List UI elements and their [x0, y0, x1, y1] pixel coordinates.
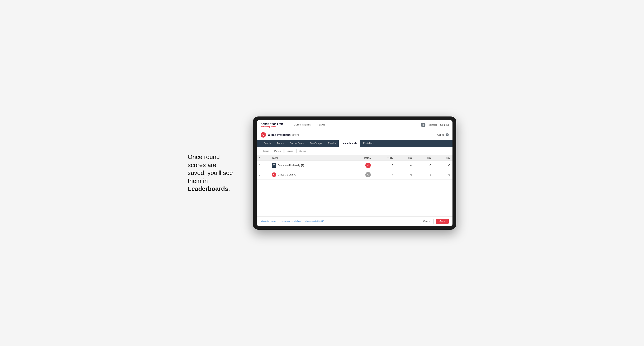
- tab-results[interactable]: Results: [325, 140, 339, 147]
- side-text-line4: them in: [188, 177, 208, 184]
- logo-brand: clippd: [271, 126, 276, 128]
- tablet-device: SCOREBOARD Powered by clippd TOURNAMENTS…: [253, 117, 456, 230]
- tournament-gender: (Men): [292, 133, 299, 136]
- filter-players-button[interactable]: Players: [272, 149, 284, 153]
- col-rd1: RD1: [396, 155, 415, 161]
- logo-text: SCOREBOARD: [260, 122, 283, 126]
- team-2-logo: C: [272, 173, 276, 177]
- nav-item-tournaments[interactable]: TOURNAMENTS: [289, 120, 314, 130]
- tournament-header: C Clippd Invitational (Men) Cancel ✕: [257, 130, 452, 140]
- team-1-rd2: +5: [414, 161, 434, 170]
- nav-items: TOURNAMENTS TEAMS: [289, 120, 328, 130]
- tournament-logo: C: [260, 132, 266, 138]
- tournament-name: Clippd Invitational: [268, 133, 291, 136]
- leaderboard-table-area: # TEAM TOTAL THRU RD1 RD2 RD3 1: [257, 155, 452, 193]
- team-2-rd3: +3: [434, 170, 452, 179]
- side-text-line3: saved, you'll see: [188, 169, 233, 176]
- footer-bar: https://stage-blue-coach.stagescoreboard…: [257, 216, 452, 226]
- rank-2: 2: [257, 170, 270, 179]
- team-2-total-badge: +3: [365, 172, 371, 177]
- col-rank: #: [257, 155, 270, 161]
- table-row: 1 SBU Scoreboard University [A] -5 F: [257, 161, 452, 170]
- side-text-line1: Once round: [188, 154, 220, 160]
- cancel-label: Cancel: [437, 134, 444, 136]
- user-avatar: S: [421, 123, 426, 127]
- sub-navigation: Details Teams Course Setup Tee Groups Re…: [257, 140, 452, 147]
- leaderboard-table: # TEAM TOTAL THRU RD1 RD2 RD3 1: [257, 155, 452, 179]
- team-2-cell: C Clippd College [A]: [270, 170, 348, 179]
- nav-item-teams[interactable]: TEAMS: [314, 120, 328, 130]
- col-thru: THRU: [373, 155, 396, 161]
- filter-teams-button[interactable]: Teams: [260, 149, 271, 153]
- footer-url: https://stage-blue-coach.stagescoreboard…: [260, 220, 324, 222]
- sign-out-link[interactable]: Sign out: [440, 124, 449, 126]
- team-1-logo: SBU: [272, 163, 276, 168]
- filter-strokes-button[interactable]: Strokes: [296, 149, 308, 153]
- logo-area: SCOREBOARD Powered by clippd: [260, 122, 283, 128]
- col-rd3: RD3: [434, 155, 452, 161]
- team-1-rd1: -4: [396, 161, 415, 170]
- nav-right: S Test User | Sign out: [421, 123, 449, 127]
- save-button[interactable]: Save: [436, 219, 449, 224]
- side-text-period: .: [228, 185, 230, 192]
- table-row: 2 C Clippd College [A] +3 F: [257, 170, 452, 179]
- tab-printables[interactable]: Printables: [360, 140, 376, 147]
- team-2-total-cell: +3: [348, 170, 373, 179]
- logo-powered: Powered by clippd: [260, 126, 283, 128]
- team-1-thru: F: [373, 161, 396, 170]
- team-2-info: C Clippd College [A]: [272, 173, 346, 177]
- team-2-rd2: -8: [414, 170, 434, 179]
- side-text-bold: Leaderboards: [188, 185, 228, 192]
- table-header-row: # TEAM TOTAL THRU RD1 RD2 RD3: [257, 155, 452, 161]
- tab-details[interactable]: Details: [260, 140, 274, 147]
- team-1-total-cell: -5: [348, 161, 373, 170]
- team-1-name: Scoreboard University [A]: [278, 164, 304, 167]
- tablet-screen: SCOREBOARD Powered by clippd TOURNAMENTS…: [257, 120, 452, 226]
- tab-tee-groups[interactable]: Tee Groups: [307, 140, 325, 147]
- user-name: Test User |: [427, 124, 438, 126]
- tab-leaderboards[interactable]: Leaderboards: [339, 140, 360, 147]
- team-2-thru: F: [373, 170, 396, 179]
- tab-teams[interactable]: Teams: [274, 140, 287, 147]
- team-1-rd3: -6: [434, 161, 452, 170]
- col-rd2: RD2: [414, 155, 434, 161]
- filter-bar: Teams Players Scores Strokes: [257, 147, 452, 155]
- tab-course-setup[interactable]: Course Setup: [287, 140, 307, 147]
- col-total: TOTAL: [348, 155, 373, 161]
- top-navigation: SCOREBOARD Powered by clippd TOURNAMENTS…: [257, 120, 452, 130]
- side-description: Once round scores are saved, you'll see …: [188, 153, 242, 193]
- side-text-line2: scores are: [188, 162, 216, 169]
- team-1-info: SBU Scoreboard University [A]: [272, 163, 346, 168]
- cancel-button[interactable]: Cancel: [420, 219, 434, 224]
- team-1-total-badge: -5: [365, 163, 371, 168]
- filter-scores-button[interactable]: Scores: [284, 149, 295, 153]
- tournament-cancel[interactable]: Cancel ✕: [437, 133, 449, 136]
- close-icon[interactable]: ✕: [446, 133, 449, 136]
- page-layout: Once round scores are saved, you'll see …: [188, 117, 456, 230]
- team-2-rd1: +8: [396, 170, 415, 179]
- col-team: TEAM: [270, 155, 348, 161]
- team-2-name: Clippd College [A]: [278, 173, 296, 176]
- team-1-cell: SBU Scoreboard University [A]: [270, 161, 348, 170]
- rank-1: 1: [257, 161, 270, 170]
